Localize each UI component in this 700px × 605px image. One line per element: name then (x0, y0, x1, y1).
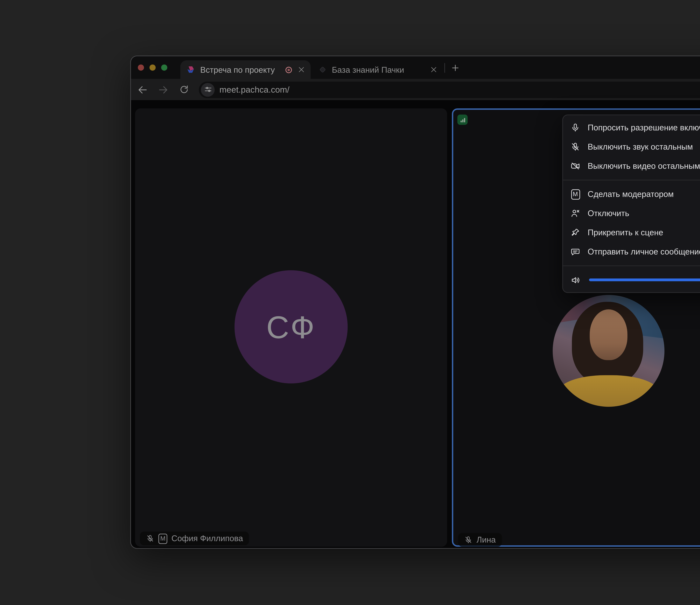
signal-bars-icon (459, 116, 466, 123)
menu-item-label: Сделать модератором (588, 185, 700, 204)
forward-icon (158, 84, 169, 95)
participant-name: Лина (477, 535, 496, 544)
browser-toolbar: meet.pachca.com/ Relaunch to update (131, 79, 700, 100)
url-text: meet.pachca.com/ (219, 85, 290, 94)
tab-bar: Встреча по проекту База знаний Пачки (131, 56, 700, 79)
tab-meeting[interactable]: Встреча по проекту (180, 60, 311, 79)
microphone-off-icon (146, 534, 154, 543)
menu-item-make-moderator[interactable]: M Сделать модератором (563, 185, 700, 204)
moderator-badge-icon: M (571, 189, 580, 199)
tab-title: База знаний Пачки (332, 65, 425, 74)
menu-item-mute-others[interactable]: Выключить звук остальным (563, 137, 700, 156)
menu-divider (563, 180, 700, 180)
menu-item-pin-to-stage[interactable]: Прикрепить к сцене (563, 223, 700, 242)
close-tab-icon[interactable] (298, 66, 305, 73)
site-settings-button[interactable] (201, 82, 215, 96)
participant-context-menu: Попросить разрешение включить микрофон В… (562, 115, 700, 293)
microphone-icon (571, 123, 580, 132)
microphone-off-icon (571, 142, 580, 152)
menu-item-label: Прикрепить к сцене (588, 223, 700, 242)
back-icon (137, 84, 148, 95)
volume-icon (570, 275, 580, 285)
avatar-initials: СФ (234, 270, 348, 383)
person-remove-icon (571, 209, 580, 218)
tab-knowledge-base[interactable]: База знаний Пачки (312, 60, 443, 79)
tab-title: Встреча по проекту (200, 65, 280, 74)
participant-name-pill: Лина (458, 533, 502, 547)
avatar-photo (553, 295, 665, 407)
menu-item-label: Отправить личное сообщение (588, 242, 700, 261)
camera-off-icon (571, 161, 580, 171)
close-window-button[interactable] (138, 65, 144, 71)
menu-item-label: Выключить звук остальным (588, 137, 700, 156)
address-bar[interactable]: meet.pachca.com/ (199, 81, 700, 98)
participant-name: София Филлипова (171, 534, 243, 543)
message-icon (571, 247, 580, 257)
menu-item-send-dm[interactable]: Отправить личное сообщение (563, 242, 700, 261)
tab-separator (444, 63, 445, 73)
volume-control (563, 270, 700, 289)
menu-item-label: Отключить (588, 204, 700, 223)
pin-icon (571, 228, 580, 237)
zoom-window-button[interactable] (161, 65, 167, 71)
close-tab-icon[interactable] (430, 66, 438, 73)
menu-item-disconnect[interactable]: Отключить (563, 204, 700, 223)
reload-button[interactable] (177, 82, 191, 96)
back-button[interactable] (136, 82, 150, 96)
menu-item-video-off-others[interactable]: Выключить видео остальным (563, 156, 700, 176)
video-tile-sofia[interactable]: СФ M София Филлипова (135, 108, 447, 547)
minimize-window-button[interactable] (150, 65, 156, 71)
window-controls[interactable] (138, 65, 167, 71)
menu-item-label: Выключить видео остальным (588, 156, 700, 176)
volume-slider[interactable] (589, 279, 700, 281)
pachca-logo-icon (186, 65, 196, 74)
new-tab-button[interactable] (448, 61, 462, 75)
reload-icon (179, 84, 189, 95)
menu-divider (563, 266, 700, 266)
menu-item-ask-unmute[interactable]: Попросить разрешение включить микрофон (563, 118, 700, 137)
screenshot-stage: Встреча по проекту База знаний Пачки (0, 0, 700, 605)
recording-icon (284, 66, 293, 74)
plus-icon (451, 63, 460, 73)
dark-diamond-icon (318, 65, 327, 74)
participant-name-pill: M София Филлипова (140, 532, 249, 545)
menu-item-label: Попросить разрешение включить микрофон (588, 118, 700, 137)
site-settings-icon (203, 85, 212, 94)
forward-button[interactable] (156, 82, 170, 96)
microphone-off-icon (464, 536, 473, 544)
connection-quality-badge (457, 115, 468, 125)
moderator-badge-icon: M (158, 533, 167, 543)
